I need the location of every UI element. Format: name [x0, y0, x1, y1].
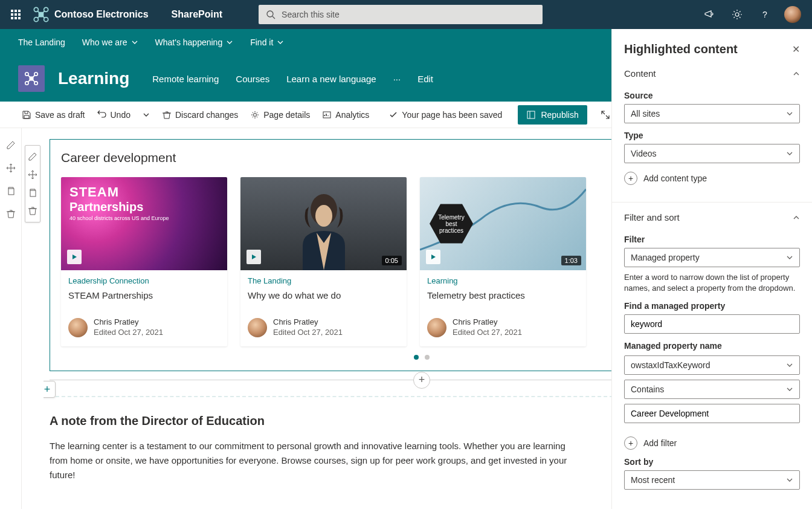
undo-icon — [97, 110, 107, 120]
mp-operator-dropdown[interactable]: Contains — [624, 380, 800, 399]
svg-rect-13 — [30, 77, 33, 80]
card-title: Telemetry best practices — [427, 290, 579, 300]
publish-icon — [526, 110, 536, 120]
chevron-down-icon — [786, 254, 793, 261]
add-filter-button[interactable]: +Add filter — [624, 436, 800, 450]
republish-button[interactable]: Republish — [518, 105, 587, 125]
sort-dropdown[interactable]: Most recent — [624, 470, 800, 490]
nav-remote[interactable]: Remote learning — [152, 74, 219, 84]
add-content-type-button[interactable]: +Add content type — [624, 172, 800, 185]
drone-icon — [24, 71, 39, 86]
content-card[interactable]: Telemetry best practices 1:03 Learning T… — [420, 177, 586, 346]
hub-item-findit[interactable]: Find it — [250, 37, 284, 47]
suite-nav: Contoso Electronics SharePoint Search th… — [0, 0, 812, 29]
duplicate-webpart-icon[interactable] — [28, 188, 37, 198]
author-avatar — [427, 318, 446, 337]
card-category: The Landing — [248, 276, 399, 285]
svg-line-6 — [272, 16, 275, 19]
help-icon[interactable]: ? — [756, 6, 773, 23]
product-name[interactable]: SharePoint — [172, 9, 222, 20]
nav-overflow[interactable]: ··· — [393, 74, 401, 84]
move-webpart-icon[interactable] — [28, 170, 37, 180]
copy-section-icon[interactable] — [5, 185, 17, 197]
nav-language[interactable]: Learn a new language — [286, 74, 376, 84]
chevron-up-icon — [793, 70, 800, 77]
plus-icon: + — [624, 172, 637, 185]
svg-point-12 — [34, 82, 37, 85]
hub-item-landing[interactable]: The Landing — [18, 37, 65, 47]
card-thumbnail: 0:05 — [240, 177, 407, 270]
chevron-down-icon — [786, 150, 793, 157]
org-logo[interactable]: Contoso Electronics — [33, 6, 149, 23]
analytics-icon — [322, 110, 332, 120]
expand-button[interactable] — [601, 110, 610, 120]
discard-button[interactable]: Discard changes — [158, 110, 242, 120]
property-panel: Highlighted content ✕ Content Source All… — [611, 29, 812, 509]
add-webpart-button[interactable]: + — [413, 372, 430, 389]
content-card[interactable]: 0:05 The Landing Why we do what we do Ch… — [240, 177, 407, 346]
svg-point-11 — [25, 82, 28, 85]
chevron-down-icon — [786, 476, 793, 484]
drone-icon — [33, 6, 50, 23]
svg-text:?: ? — [762, 10, 767, 19]
megaphone-icon[interactable] — [701, 6, 718, 23]
filter-helper-text: Enter a word to narrow down the list of … — [624, 272, 800, 294]
search-input[interactable]: Search this site — [259, 5, 543, 24]
author-avatar — [248, 318, 267, 337]
content-card[interactable]: STEAM Partnerships 40 school districts a… — [61, 177, 227, 346]
duration-badge: 0:05 — [382, 256, 402, 265]
undo-button[interactable]: Undo — [94, 110, 134, 120]
save-draft-button[interactable]: Save as draft — [18, 110, 89, 120]
filter-label: Filter — [624, 235, 800, 244]
svg-rect-19 — [30, 190, 36, 196]
save-icon — [22, 110, 31, 120]
author-avatar — [68, 318, 88, 337]
user-avatar[interactable] — [784, 6, 801, 23]
svg-point-5 — [267, 11, 273, 17]
nav-edit[interactable]: Edit — [417, 74, 433, 84]
site-logo[interactable] — [18, 65, 45, 92]
svg-point-7 — [735, 13, 739, 16]
delete-section-icon[interactable] — [5, 208, 17, 220]
svg-rect-16 — [527, 111, 535, 118]
edit-webpart-icon[interactable] — [28, 152, 37, 161]
svg-point-10 — [34, 73, 37, 76]
mp-name-dropdown[interactable]: owstaxIdTaxKeyword — [624, 355, 800, 375]
card-thumbnail: Telemetry best practices 1:03 — [420, 177, 586, 270]
search-icon — [266, 10, 276, 19]
type-dropdown[interactable]: Videos — [624, 144, 800, 163]
find-property-input[interactable] — [624, 314, 800, 334]
source-label: Source — [624, 91, 800, 100]
mp-value-input[interactable] — [624, 404, 800, 423]
filter-dropdown[interactable]: Managed property — [624, 248, 800, 267]
pager-dot[interactable] — [414, 355, 419, 360]
play-icon — [426, 250, 440, 264]
discard-icon — [162, 110, 172, 120]
analytics-button[interactable]: Analytics — [318, 110, 373, 120]
settings-icon[interactable] — [729, 6, 746, 23]
play-icon — [67, 250, 82, 264]
edit-section-icon[interactable] — [5, 139, 17, 151]
filter-sort-section-header[interactable]: Filter and sort — [612, 202, 812, 229]
hub-item-happening[interactable]: What's happening — [155, 37, 234, 47]
panel-title: Highlighted content — [624, 42, 738, 56]
page-details-button[interactable]: Page details — [246, 110, 314, 120]
nav-courses[interactable]: Courses — [236, 74, 269, 84]
site-nav: Remote learning Courses Learn a new lang… — [152, 74, 433, 84]
saved-status: Your page has been saved — [385, 110, 506, 120]
content-section-header[interactable]: Content — [612, 62, 812, 85]
org-name: Contoso Electronics — [54, 9, 149, 20]
app-launcher-icon[interactable] — [6, 5, 25, 24]
duration-badge: 1:03 — [561, 256, 581, 265]
hub-item-who[interactable]: Who we are — [82, 37, 138, 47]
chevron-down-icon — [131, 39, 138, 46]
delete-webpart-icon[interactable] — [28, 206, 37, 216]
close-panel-button[interactable]: ✕ — [792, 44, 800, 55]
move-section-icon[interactable] — [5, 162, 17, 174]
source-dropdown[interactable]: All sites — [624, 104, 800, 123]
mp-name-label: Managed property name — [624, 341, 800, 351]
undo-chevron[interactable] — [139, 111, 153, 118]
pager-dot[interactable] — [425, 355, 430, 360]
card-title: STEAM Partnerships — [68, 290, 220, 300]
search-placeholder: Search this site — [282, 10, 340, 19]
